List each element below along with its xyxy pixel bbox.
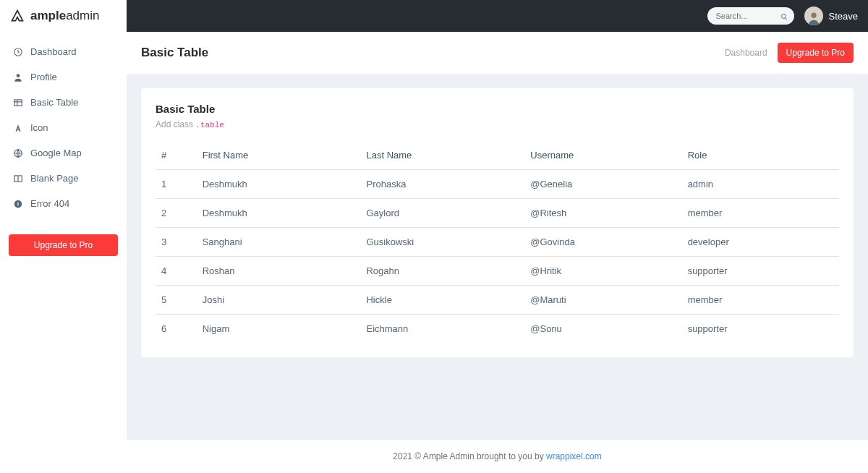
table-cell: @Ritesh — [524, 199, 681, 228]
sidebar-item-google-map[interactable]: Google Map — [0, 140, 127, 166]
sidebar-nav: Dashboard Profile Basic Table Icon Googl… — [0, 32, 127, 223]
topbar: Steave — [127, 0, 868, 32]
profile-menu[interactable]: Steave — [804, 7, 858, 25]
clock-icon — [13, 47, 23, 57]
sidebar-item-label: Google Map — [30, 148, 82, 158]
table-header: # — [156, 141, 197, 170]
footer-text: 2021 © Ample Admin brought to you by — [393, 451, 546, 461]
logo-text: ampleadmin — [30, 9, 99, 23]
font-icon — [13, 123, 23, 133]
table-cell: 2 — [156, 199, 197, 228]
search-box — [707, 7, 794, 25]
table-cell: @Sonu — [524, 315, 681, 344]
sidebar-item-label: Error 404 — [30, 198, 69, 209]
sidebar-item-profile[interactable]: Profile — [0, 64, 127, 90]
table-cell: Deshmukh — [197, 199, 361, 228]
page-header: Basic Table Dashboard Upgrade to Pro — [127, 32, 868, 74]
svg-rect-2 — [14, 99, 22, 105]
table-cell: 1 — [156, 170, 197, 199]
table-cell: Joshi — [197, 286, 361, 315]
search-icon[interactable] — [780, 12, 788, 20]
table-cell: Gaylord — [360, 199, 524, 228]
table-cell: 5 — [156, 286, 197, 315]
table-cell: Hickle — [360, 286, 524, 315]
table-cell: 4 — [156, 257, 197, 286]
card: Basic Table Add class .table # First Nam… — [141, 88, 854, 357]
logo[interactable]: ampleadmin — [0, 0, 127, 32]
table-cell: Rogahn — [360, 257, 524, 286]
footer: 2021 © Ample Admin brought to you by wra… — [127, 440, 868, 473]
table-icon — [13, 98, 23, 108]
breadcrumb[interactable]: Dashboard — [725, 48, 767, 58]
footer-link[interactable]: wrappixel.com — [546, 451, 602, 461]
table-cell: Sanghani — [197, 228, 361, 257]
table-cell: @Genelia — [524, 170, 681, 199]
table-cell: Gusikowski — [360, 228, 524, 257]
table-row: 1DeshmukhProhaska@Geneliaadmin — [156, 170, 839, 199]
svg-point-1 — [17, 74, 20, 77]
header-upgrade-button[interactable]: Upgrade to Pro — [778, 43, 854, 63]
svg-point-8 — [781, 14, 786, 19]
table-header: Username — [524, 141, 681, 170]
table-header: First Name — [197, 141, 361, 170]
table-cell: supporter — [682, 315, 839, 344]
card-subtitle-text: Add class — [156, 119, 195, 129]
sidebar-item-icon[interactable]: Icon — [0, 115, 127, 140]
sidebar-item-blank-page[interactable]: Blank Page — [0, 166, 127, 191]
profile-name: Steave — [829, 11, 858, 22]
card-subtitle-code: .table — [195, 121, 224, 129]
table-header: Last Name — [360, 141, 524, 170]
table-cell: Prohaska — [360, 170, 524, 199]
table-row: 6NigamEichmann@Sonusupporter — [156, 315, 839, 344]
svg-point-9 — [811, 13, 816, 18]
table-cell: @Hritik — [524, 257, 681, 286]
table-cell: 6 — [156, 315, 197, 344]
table-header-row: # First Name Last Name Username Role — [156, 141, 839, 170]
sidebar-item-label: Icon — [30, 122, 48, 133]
sidebar-item-label: Basic Table — [30, 97, 78, 108]
avatar — [804, 7, 823, 25]
page-title: Basic Table — [141, 46, 208, 60]
sidebar-item-error-404[interactable]: Error 404 — [0, 191, 127, 216]
table-cell: developer — [682, 228, 839, 257]
svg-rect-6 — [17, 203, 18, 205]
sidebar-item-basic-table[interactable]: Basic Table — [0, 90, 127, 115]
table-cell: admin — [682, 170, 839, 199]
columns-icon — [13, 174, 23, 184]
sidebar-item-label: Dashboard — [30, 46, 77, 57]
sidebar-upgrade-button[interactable]: Upgrade to Pro — [9, 234, 118, 256]
table-cell: Deshmukh — [197, 170, 361, 199]
sidebar-item-label: Blank Page — [30, 173, 79, 184]
table-cell: member — [682, 286, 839, 315]
sidebar-item-label: Profile — [30, 72, 57, 82]
table-row: 5JoshiHickle@Marutimember — [156, 286, 839, 315]
table-cell: member — [682, 199, 839, 228]
table-cell: supporter — [682, 257, 839, 286]
info-icon — [13, 199, 23, 209]
table-cell: Nigam — [197, 315, 361, 344]
table-cell: @Govinda — [524, 228, 681, 257]
logo-mark-icon — [10, 9, 25, 23]
sidebar: ampleadmin Dashboard Profile Basic Table… — [0, 0, 127, 473]
globe-icon — [13, 148, 23, 158]
table-cell: Roshan — [197, 257, 361, 286]
card-title: Basic Table — [156, 103, 839, 115]
table-header: Role — [682, 141, 839, 170]
sidebar-item-dashboard[interactable]: Dashboard — [0, 39, 127, 64]
svg-rect-7 — [17, 202, 18, 203]
table-cell: Eichmann — [360, 315, 524, 344]
table-row: 2DeshmukhGaylord@Riteshmember — [156, 199, 839, 228]
data-table: # First Name Last Name Username Role 1De… — [156, 141, 839, 343]
user-icon — [13, 72, 23, 82]
table-cell: @Maruti — [524, 286, 681, 315]
table-row: 3SanghaniGusikowski@Govindadeveloper — [156, 228, 839, 257]
table-cell: 3 — [156, 228, 197, 257]
card-subtitle: Add class .table — [156, 119, 839, 129]
table-row: 4RoshanRogahn@Hritiksupporter — [156, 257, 839, 286]
